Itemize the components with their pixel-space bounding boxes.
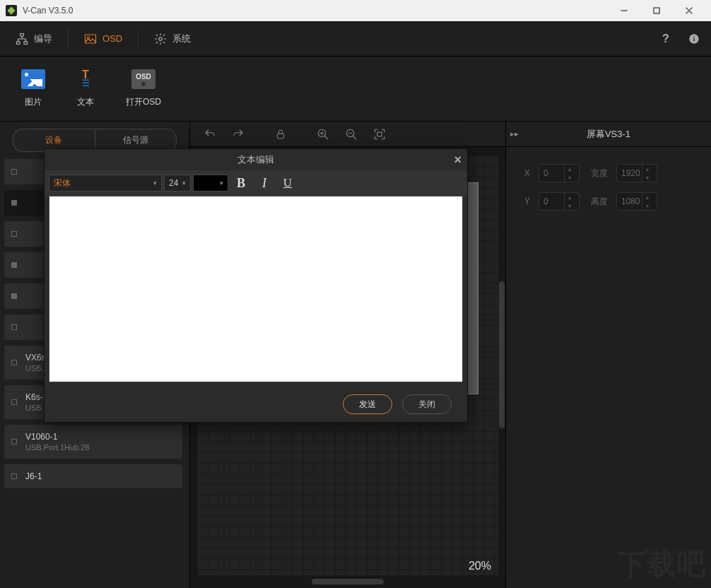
properties-title: 屏幕VS3-1	[587, 128, 630, 141]
checkbox-icon[interactable]	[11, 262, 17, 268]
width-input[interactable]: 1920▲▼	[616, 164, 657, 182]
minimize-button[interactable]	[608, 0, 640, 21]
svg-rect-4	[86, 35, 96, 43]
zoom-out-button[interactable]	[339, 124, 364, 144]
picture-icon	[84, 33, 97, 45]
italic-button[interactable]: I	[254, 175, 275, 192]
text-editor[interactable]	[49, 196, 463, 382]
svg-rect-8	[693, 37, 694, 41]
svg-point-6	[159, 37, 163, 40]
zoom-in-button[interactable]	[310, 124, 336, 144]
text-edit-dialog: 文本编辑 × 宋体▾ 24▾ ▾ B I U 发送 关闭	[44, 148, 468, 423]
close-button[interactable]: 关闭	[402, 394, 452, 414]
svg-rect-9	[693, 36, 694, 37]
ribbon-open-osd[interactable]: OSD 打开OSD	[126, 69, 161, 108]
image-icon	[21, 69, 45, 89]
height-input[interactable]: 1080▲▼	[616, 192, 657, 211]
height-label: 高度	[588, 196, 608, 208]
app-logo-icon	[6, 5, 17, 16]
help-button[interactable]: ?	[654, 28, 677, 50]
close-button[interactable]	[673, 0, 705, 21]
dialog-toolbar: 宋体▾ 24▾ ▾ B I U	[45, 170, 467, 196]
hierarchy-icon	[16, 33, 28, 45]
y-label: Y	[519, 196, 530, 206]
device-sub: USB.Port.1Hub.28	[25, 443, 90, 452]
undo-button[interactable]	[197, 124, 223, 144]
menu-guide[interactable]: 编导	[0, 21, 68, 57]
dialog-titlebar[interactable]: 文本编辑 ×	[45, 149, 467, 170]
ribbon-image[interactable]: 图片	[21, 69, 45, 108]
checkbox-icon[interactable]	[11, 324, 17, 330]
canvas-toolbar	[190, 122, 505, 147]
menu-system[interactable]: 系统	[139, 21, 206, 57]
device-name: V1060-1	[25, 432, 90, 442]
svg-rect-0	[654, 8, 659, 13]
horizontal-scrollbar[interactable]	[197, 578, 498, 585]
ribbon-text[interactable]: T━━━━━━ 文本	[74, 69, 98, 108]
checkbox-icon[interactable]	[11, 360, 17, 365]
checkbox-icon[interactable]	[11, 439, 17, 445]
redo-button[interactable]	[225, 124, 251, 144]
underline-button[interactable]: U	[277, 175, 298, 192]
svg-rect-10	[277, 134, 283, 139]
maximize-button[interactable]	[640, 0, 673, 21]
font-color-select[interactable]: ▾	[193, 175, 228, 192]
window-title: V-Can V3.5.0	[23, 6, 608, 16]
checkbox-icon[interactable]	[11, 200, 17, 206]
y-input[interactable]: 0▲▼	[539, 192, 580, 211]
top-menu: 编导 OSD 系统 ?	[0, 21, 711, 57]
x-label: X	[519, 168, 530, 178]
menu-guide-label: 编导	[34, 33, 52, 45]
dialog-footer: 发送 关闭	[45, 387, 467, 422]
dialog-close-icon[interactable]: ×	[454, 153, 462, 167]
info-button[interactable]	[683, 28, 705, 50]
title-bar: V-Can V3.5.0	[0, 0, 711, 21]
text-icon: T━━━━━━	[74, 69, 98, 89]
list-item[interactable]: J6-1	[4, 464, 182, 488]
send-button[interactable]: 发送	[343, 394, 392, 414]
lock-button[interactable]	[268, 124, 293, 144]
list-item[interactable]: V1060-1USB.Port.1Hub.28	[4, 425, 182, 459]
gear-icon	[154, 33, 167, 45]
checkbox-icon[interactable]	[11, 169, 17, 175]
fit-screen-button[interactable]	[367, 124, 392, 144]
checkbox-icon[interactable]	[11, 399, 17, 405]
expand-icon[interactable]: ▸▸	[510, 129, 519, 139]
width-label: 宽度	[588, 167, 608, 180]
ribbon: 图片 T━━━━━━ 文本 OSD 打开OSD	[0, 57, 711, 122]
ribbon-image-label: 图片	[25, 96, 42, 108]
ribbon-openosd-label: 打开OSD	[126, 96, 161, 108]
x-input[interactable]: 0▲▼	[539, 164, 580, 182]
font-size-select[interactable]: 24▾	[164, 175, 191, 192]
bold-button[interactable]: B	[230, 175, 252, 192]
menu-osd[interactable]: OSD	[69, 21, 138, 57]
device-name: J6-1	[25, 471, 42, 481]
properties-header: ▸▸ 屏幕VS3-1	[506, 122, 711, 147]
checkbox-icon[interactable]	[11, 474, 17, 479]
properties-panel: ▸▸ 屏幕VS3-1 X 0▲▼ 宽度 1920▲▼ Y 0▲▼ 高度 1080…	[506, 122, 711, 588]
menu-system-label: 系统	[172, 33, 191, 45]
menu-osd-label: OSD	[102, 33, 122, 44]
zoom-level: 20%	[469, 560, 491, 572]
svg-rect-13	[377, 132, 382, 136]
osd-icon: OSD	[131, 69, 155, 89]
vertical-scrollbar[interactable]	[498, 155, 505, 575]
ribbon-text-label: 文本	[77, 96, 94, 108]
checkbox-icon[interactable]	[11, 293, 17, 299]
dialog-title: 文本编辑	[237, 153, 274, 166]
font-family-select[interactable]: 宋体▾	[49, 175, 162, 192]
checkbox-icon[interactable]	[11, 231, 17, 237]
